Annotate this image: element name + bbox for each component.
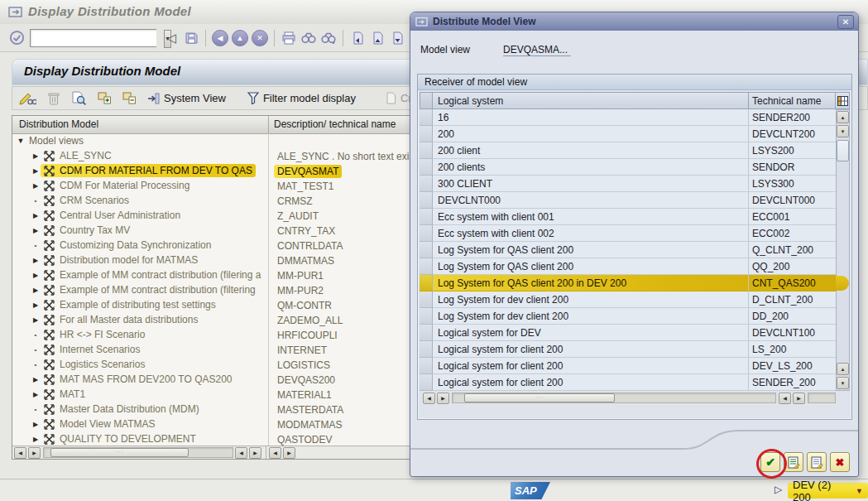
receiver-row[interactable]: 200DEVCLNT200 — [420, 126, 836, 142]
expand-arrow-icon[interactable]: ▶ — [31, 301, 41, 309]
scroll-track[interactable] — [808, 393, 836, 403]
tree-row[interactable]: ▶Example of MM contract distribution (fi… — [12, 267, 410, 282]
receiver-row[interactable]: 200 clientsSENDOR — [420, 159, 836, 176]
receiver-row[interactable]: Log System for dev client 200DD_200 — [420, 308, 836, 325]
receiver-row[interactable]: DEVCLNT000DEVCLNT000 — [420, 192, 836, 209]
receiver-row[interactable]: Log System for dev client 200D_CLNT_200 — [420, 291, 836, 308]
table-settings-icon[interactable] — [836, 92, 850, 109]
scroll-right-icon[interactable]: ▶ — [793, 393, 805, 404]
receiver-row[interactable]: Log System for QAS client 200Q_CLNT_200 — [420, 242, 836, 258]
back-icon[interactable]: ◁ — [161, 28, 181, 47]
tree-row[interactable]: ▶ALE_SYNCALE_SYNC . No short text exi — [12, 148, 410, 163]
scroll-right-icon[interactable]: ▶ — [249, 447, 261, 459]
expand-arrow-icon[interactable]: ▶ — [31, 316, 41, 324]
receiver-row[interactable]: 200 clientLSYS200 — [420, 142, 836, 159]
copy-list-button[interactable] — [807, 452, 827, 472]
tree-row[interactable]: ▶QUALITY TO DEVELOPMENTQASTODEV — [12, 431, 410, 446]
expand-arrow-icon[interactable]: ▶ — [31, 376, 41, 383]
find-icon[interactable] — [299, 28, 319, 47]
receiver-row[interactable]: Logical system for client 200SENDER_200 — [420, 374, 836, 391]
scroll-up-icon[interactable]: ▲ — [837, 111, 849, 123]
scroll-left-icon[interactable]: ◀ — [423, 393, 435, 404]
tree-row[interactable]: ▶Example of distributing test settingsQM… — [12, 297, 410, 312]
first-page-icon[interactable] — [348, 28, 367, 47]
row-select-button[interactable] — [420, 341, 433, 358]
command-input[interactable] — [31, 30, 164, 46]
receiver-row[interactable]: 300 CLIENTLSYS300 — [420, 176, 836, 192]
dialog-titlebar[interactable]: Distribute Model View ✕ — [410, 12, 858, 31]
scroll-right-icon[interactable]: ▶ — [437, 393, 449, 404]
receiver-row[interactable]: Log System for QAS client 200 in DEV 200… — [420, 275, 836, 291]
system-client-indicator[interactable]: DEV (2) 200 ▼ — [788, 483, 868, 499]
expand-all-icon[interactable] — [98, 92, 111, 104]
tree-root-row[interactable]: ▼ Model views — [12, 133, 410, 148]
row-select-button[interactable] — [420, 192, 433, 209]
expand-arrow-icon[interactable]: ▶ — [31, 257, 41, 264]
row-select-button[interactable] — [420, 325, 433, 341]
dialog-close-icon[interactable]: ✕ — [837, 15, 854, 29]
back-nav-icon[interactable]: ◀ — [210, 28, 230, 47]
tree-row[interactable]: ▶Distribution model for MATMASDMMATMAS — [12, 253, 410, 267]
scroll-up-icon[interactable]: ▲ — [837, 363, 849, 375]
enter-icon[interactable] — [7, 28, 26, 47]
scroll-track[interactable]: ··· — [452, 393, 776, 403]
expand-arrow-icon[interactable]: ▶ — [31, 182, 41, 190]
row-select-button[interactable] — [420, 176, 433, 192]
row-select-button[interactable] — [420, 159, 433, 176]
tree-row[interactable]: •Master Data Distribution (MDM)MASTERDAT… — [12, 402, 410, 417]
receiver-row[interactable]: Ecc system with client 002ECC002 — [420, 225, 836, 242]
status-expand-icon[interactable]: ▷ — [774, 484, 782, 495]
receiver-row[interactable]: Ecc system with client 001ECC001 — [420, 209, 836, 225]
expand-arrow-icon[interactable]: ▶ — [31, 287, 41, 294]
technical-name-header[interactable]: Technical name — [749, 92, 836, 109]
scroll-left-icon[interactable]: ◀ — [779, 393, 791, 404]
tree-row[interactable]: ▶Country Tax MVCNTRY_TAX — [12, 223, 410, 238]
command-field[interactable]: ▼ — [30, 29, 156, 47]
tree-row[interactable]: ▶CDM For Material ProcessingMAT_TEST1 — [12, 178, 410, 193]
scroll-down-icon[interactable]: ▼ — [837, 125, 849, 137]
expand-arrow-icon[interactable]: ▶ — [31, 391, 41, 398]
cancel-nav-icon[interactable]: ✕ — [250, 28, 270, 47]
expand-arrow-icon[interactable]: ▶ — [31, 167, 41, 175]
row-select-button[interactable] — [420, 374, 433, 391]
tree-row[interactable]: •Internet ScenariosINTERNET — [12, 342, 410, 357]
system-view-button[interactable]: System View — [147, 92, 226, 104]
expand-arrow-icon[interactable]: ▶ — [31, 421, 41, 428]
tree-row[interactable]: ▶CDM FOR MATERIAL FROM DEV TO QASDEVQASM… — [12, 163, 410, 178]
display-change-button[interactable] — [19, 92, 36, 105]
tree-row[interactable]: ▶MAT1MATERIAL1 — [12, 387, 410, 402]
scroll-right-icon[interactable]: ▶ — [28, 447, 41, 459]
tree-row[interactable]: ▶For all Master data distributionsZADEMO… — [12, 312, 410, 327]
expand-arrow-icon[interactable]: ▶ — [31, 227, 41, 234]
expand-arrow-icon[interactable]: ▶ — [31, 436, 41, 443]
expand-arrow-icon[interactable]: ▶ — [31, 152, 41, 160]
row-select-button[interactable] — [420, 142, 433, 159]
scroll-thumb[interactable]: ··· — [50, 448, 189, 457]
collapse-all-icon[interactable] — [122, 92, 136, 104]
exit-up-icon[interactable]: ▲ — [230, 28, 250, 47]
expand-arrow-icon[interactable]: ▶ — [31, 212, 41, 219]
tree-row[interactable]: ▶Central User AdministrationZ_AUDIT — [12, 208, 410, 223]
tree-row[interactable]: ▶Model View MATMASMODMATMAS — [12, 417, 410, 431]
tree-row[interactable]: ▶Example of MM contract distribution (fi… — [12, 282, 410, 297]
scroll-track[interactable]: ··· — [43, 447, 233, 458]
scroll-thumb[interactable] — [837, 140, 849, 161]
collapse-arrow-icon[interactable]: ▼ — [16, 137, 26, 145]
receiver-row[interactable]: Logical system for client 200DEV_LS_200 — [420, 358, 836, 374]
receiver-row[interactable]: Logical system for client 200LS_200 — [420, 341, 836, 358]
row-select-button[interactable] — [420, 109, 433, 126]
receiver-row[interactable]: 16SENDER200 — [420, 109, 836, 126]
scroll-left-icon[interactable]: ◀ — [14, 447, 26, 459]
print-icon[interactable] — [279, 28, 299, 47]
row-select-button[interactable] — [420, 275, 433, 291]
scroll-down-icon[interactable]: ▼ — [837, 377, 849, 389]
row-select-button[interactable] — [420, 291, 433, 308]
row-select-button[interactable] — [420, 242, 433, 258]
save-icon[interactable] — [181, 28, 201, 47]
scroll-left-icon[interactable]: ◀ — [269, 447, 281, 459]
filter-model-display-button[interactable]: Filter model display — [247, 92, 356, 104]
row-select-button[interactable] — [420, 126, 433, 142]
scroll-left-icon[interactable]: ◀ — [235, 447, 247, 459]
expand-arrow-icon[interactable]: ▶ — [31, 272, 41, 279]
previous-page-icon[interactable] — [367, 28, 387, 47]
